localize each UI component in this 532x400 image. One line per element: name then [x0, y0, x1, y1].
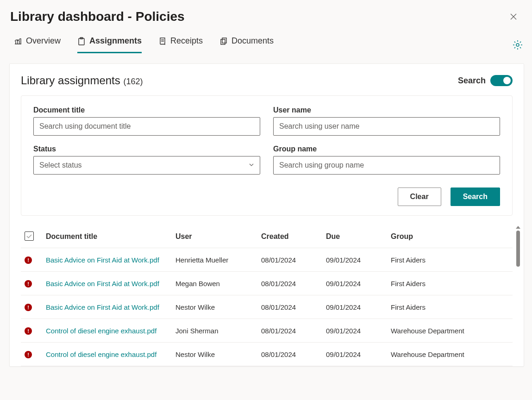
table-row[interactable]: ! Basic Advice on First Aid at Work.pdf …: [21, 272, 513, 295]
cell-group: First Aiders: [387, 248, 513, 272]
column-created[interactable]: Created: [257, 226, 322, 248]
cell-group: First Aiders: [387, 272, 513, 295]
document-link[interactable]: Basic Advice on First Aid at Work.pdf: [46, 256, 159, 264]
cell-created: 08/01/2024: [257, 295, 322, 319]
overdue-status-icon: !: [25, 351, 32, 358]
table-row[interactable]: ! Basic Advice on First Aid at Work.pdf …: [21, 248, 513, 272]
table-row[interactable]: ! Basic Advice on First Aid at Work.pdf …: [21, 295, 513, 319]
column-document-title[interactable]: Document title: [42, 226, 172, 248]
svg-rect-7: [222, 38, 226, 43]
tab-label: Receipts: [170, 36, 203, 46]
table-row[interactable]: ! Control of diesel engine exhaust.pdf J…: [21, 319, 513, 343]
cell-due: 09/01/2024: [322, 248, 387, 272]
documents-stack-icon: [219, 37, 228, 45]
scrollbar[interactable]: [515, 226, 521, 267]
cell-created: 08/01/2024: [257, 343, 322, 366]
cell-group: First Aiders: [387, 295, 513, 319]
tab-label: Overview: [26, 36, 61, 46]
cell-user: Henrietta Mueller: [172, 248, 257, 272]
group-name-label: Group name: [273, 145, 500, 153]
overdue-status-icon: !: [25, 280, 32, 288]
tab-documents[interactable]: Documents: [219, 36, 274, 53]
document-title-label: Document title: [33, 106, 260, 114]
document-link[interactable]: Control of diesel engine exhaust.pdf: [46, 327, 156, 335]
cell-user: Nestor Wilke: [172, 295, 257, 319]
tab-label: Documents: [232, 36, 274, 46]
scroll-up-arrow-icon: [516, 226, 520, 229]
group-name-input[interactable]: [273, 156, 500, 175]
receipt-icon: [158, 37, 167, 45]
document-title-input[interactable]: [33, 117, 260, 136]
user-name-label: User name: [273, 106, 500, 114]
status-label: Status: [33, 145, 260, 153]
overdue-status-icon: !: [25, 256, 32, 264]
cell-user: Megan Bowen: [172, 272, 257, 295]
page-title: Library dashboard - Policies: [10, 9, 185, 24]
tab-receipts[interactable]: Receipts: [158, 36, 203, 53]
document-link[interactable]: Basic Advice on First Aid at Work.pdf: [46, 303, 159, 311]
cell-created: 08/01/2024: [257, 319, 322, 343]
column-due[interactable]: Due: [322, 226, 387, 248]
search-toggle-label: Search: [458, 76, 486, 86]
tab-label: Assignments: [89, 36, 142, 46]
scroll-thumb[interactable]: [516, 231, 520, 267]
cell-due: 09/01/2024: [322, 319, 387, 343]
svg-rect-2: [79, 38, 84, 45]
close-icon[interactable]: [506, 9, 521, 24]
panel-title: Library assignments (162): [21, 74, 143, 87]
search-toggle[interactable]: [490, 75, 513, 86]
cell-due: 09/01/2024: [322, 272, 387, 295]
cell-user: Joni Sherman: [172, 319, 257, 343]
cell-user: Nestor Wilke: [172, 343, 257, 366]
overdue-status-icon: !: [25, 327, 32, 335]
svg-point-8: [516, 44, 519, 46]
panel-count: (162): [123, 77, 143, 86]
clear-button[interactable]: Clear: [398, 188, 441, 206]
cell-due: 09/01/2024: [322, 295, 387, 319]
svg-rect-6: [221, 39, 225, 44]
search-filter-panel: Document title User name Status Select s…: [21, 95, 513, 216]
chevron-down-icon: [249, 161, 254, 169]
cell-group: Warehouse Department: [387, 319, 513, 343]
column-group[interactable]: Group: [387, 226, 513, 248]
tab-overview[interactable]: Overview: [14, 36, 61, 53]
cell-due: 09/01/2024: [322, 343, 387, 366]
tab-assignments[interactable]: Assignments: [77, 36, 142, 53]
cell-created: 08/01/2024: [257, 272, 322, 295]
cell-group: Warehouse Department: [387, 343, 513, 366]
clipboard-icon: [77, 37, 86, 45]
search-button[interactable]: Search: [451, 188, 500, 206]
status-select[interactable]: Select status: [33, 156, 260, 175]
column-user[interactable]: User: [172, 226, 257, 248]
cell-created: 08/01/2024: [257, 248, 322, 272]
overdue-status-icon: !: [25, 304, 32, 311]
gear-icon[interactable]: [513, 40, 523, 50]
table-row[interactable]: ! Control of diesel engine exhaust.pdf N…: [21, 343, 513, 366]
user-name-input[interactable]: [273, 117, 500, 136]
select-all-checkbox[interactable]: [25, 231, 34, 241]
document-link[interactable]: Basic Advice on First Aid at Work.pdf: [46, 280, 159, 288]
bar-chart-icon: [14, 37, 22, 45]
document-link[interactable]: Control of diesel engine exhaust.pdf: [46, 350, 156, 358]
